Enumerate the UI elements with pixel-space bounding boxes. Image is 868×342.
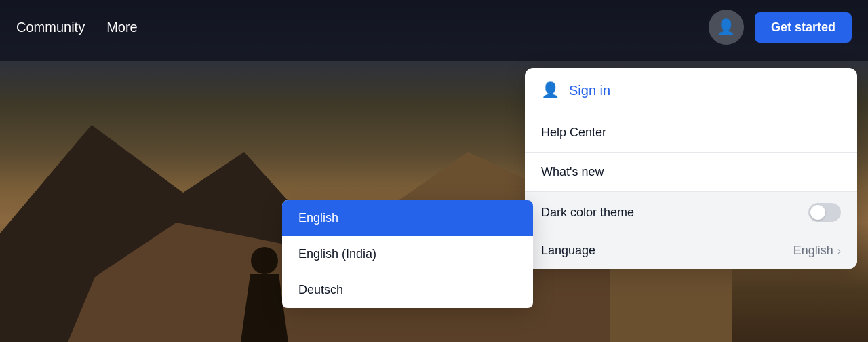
whats-new-item[interactable]: What's new	[525, 153, 857, 192]
person-body	[241, 274, 288, 342]
dark-theme-toggle[interactable]	[808, 203, 841, 222]
language-option-english[interactable]: English	[282, 200, 533, 236]
user-dropdown-menu: 👤 Sign in Help Center What's new Dark co…	[525, 68, 857, 269]
language-dropdown: English English (India) Deutsch	[282, 200, 533, 308]
signin-item[interactable]: 👤 Sign in	[525, 68, 857, 113]
more-link[interactable]: More	[106, 20, 138, 35]
language-value-row: English ›	[793, 244, 841, 258]
nav-right: 👤 Get started	[709, 10, 852, 45]
language-row[interactable]: Language English ›	[525, 233, 857, 269]
person-head	[251, 247, 278, 274]
language-option-english-india[interactable]: English (India)	[282, 236, 533, 272]
language-current-value: English	[793, 244, 833, 258]
dark-theme-row: Dark color theme	[525, 192, 857, 233]
community-link[interactable]: Community	[16, 20, 85, 35]
user-icon: 👤	[717, 18, 735, 36]
dark-theme-label: Dark color theme	[541, 206, 634, 220]
get-started-button[interactable]: Get started	[755, 12, 852, 43]
navbar: Community More 👤 Get started	[0, 0, 868, 54]
language-chevron-icon: ›	[837, 245, 841, 257]
user-avatar-button[interactable]: 👤	[709, 10, 744, 45]
language-option-deutsch[interactable]: Deutsch	[282, 272, 533, 308]
language-label: Language	[541, 244, 595, 258]
help-center-item[interactable]: Help Center	[525, 113, 857, 153]
signin-label: Sign in	[569, 83, 610, 98]
nav-left: Community More	[16, 20, 138, 35]
signin-icon: 👤	[541, 81, 559, 99]
